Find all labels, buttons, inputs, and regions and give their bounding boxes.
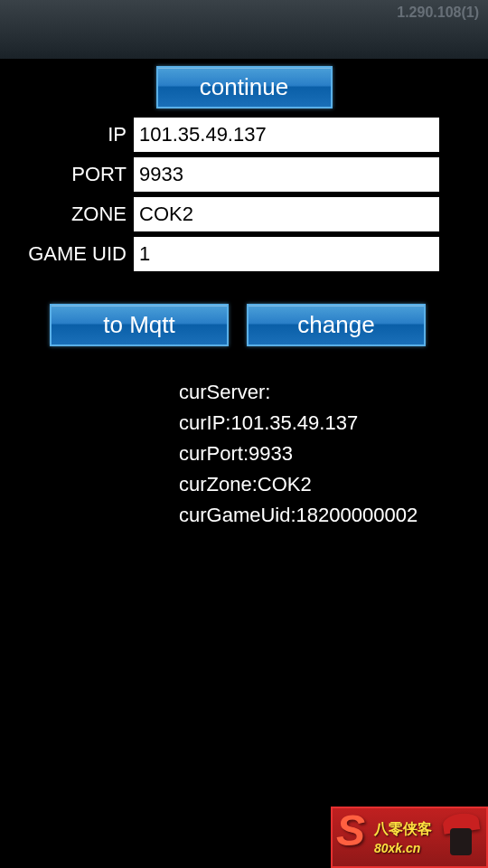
- watermark-cn-text: 八零侠客: [374, 820, 439, 839]
- main-content: continue IP PORT ZONE GAME UID to Mqtt c…: [0, 59, 488, 530]
- zone-input[interactable]: [134, 197, 439, 231]
- header-background: 1.290.108(1): [0, 0, 488, 59]
- game-uid-input[interactable]: [134, 237, 439, 271]
- port-input[interactable]: [134, 157, 439, 192]
- to-mqtt-button[interactable]: to Mqtt: [50, 304, 229, 346]
- status-cur-port: curPort:9933: [179, 439, 488, 468]
- continue-button[interactable]: continue: [156, 66, 333, 108]
- header-version-text: 1.290.108(1): [397, 5, 479, 21]
- status-cur-zone: curZone:COK2: [179, 470, 488, 499]
- dragon-icon: [336, 813, 374, 862]
- watermark-url-text: 80xk.cn: [374, 841, 439, 855]
- port-label: PORT: [0, 163, 134, 186]
- figure-icon: [439, 810, 483, 864]
- change-button[interactable]: change: [247, 304, 426, 346]
- continue-row: continue: [0, 59, 488, 118]
- ip-label: IP: [0, 123, 134, 146]
- status-cur-server: curServer:: [179, 378, 488, 407]
- action-button-row: to Mqtt change: [0, 277, 488, 346]
- watermark-badge: 八零侠客 80xk.cn: [331, 807, 488, 868]
- status-cur-ip: curIP:101.35.49.137: [179, 409, 488, 438]
- zone-label: ZONE: [0, 203, 134, 226]
- ip-input[interactable]: [134, 118, 439, 152]
- zone-row: ZONE: [0, 197, 488, 231]
- ip-row: IP: [0, 118, 488, 152]
- status-cur-game-uid: curGameUid:18200000002: [179, 501, 488, 530]
- watermark-text: 八零侠客 80xk.cn: [374, 820, 439, 855]
- game-uid-row: GAME UID: [0, 237, 488, 271]
- game-uid-label: GAME UID: [0, 242, 134, 266]
- status-block: curServer: curIP:101.35.49.137 curPort:9…: [0, 346, 488, 530]
- port-row: PORT: [0, 157, 488, 192]
